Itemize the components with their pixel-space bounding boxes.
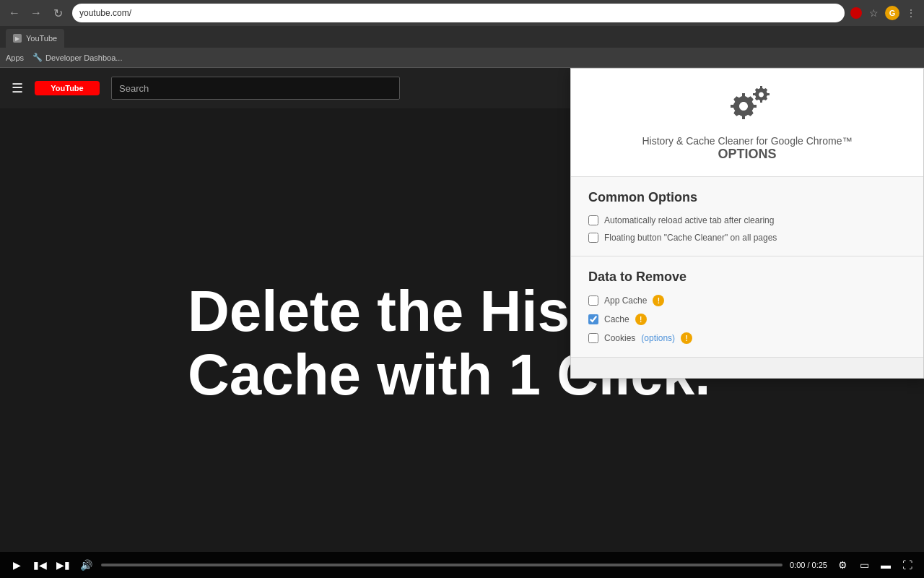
option-row-reload: Automatically reload active tab after cl… [588,215,906,225]
option-row-cache: Cache ! [588,314,906,325]
theater-button[interactable]: ▬ [878,557,894,573]
active-tab[interactable]: ▶ YouTube [6,29,64,48]
right-controls: ⚙ ▭ ▬ ⛶ [834,557,915,573]
option-row-floating: Floating button "Cache Cleaner" on all p… [588,233,906,243]
bookmark-apps[interactable]: Apps [6,53,24,62]
bookmark-developer[interactable]: 🔧 Developer Dashboa... [32,53,122,62]
warning-icon-cookies: ! [681,332,692,344]
tab-favicon: ▶ [13,34,22,43]
popup-app-title: History & Cache Cleaner for Google Chrom… [642,135,852,147]
checkbox-floating[interactable] [588,233,598,243]
gear-icon [722,83,772,126]
settings-button[interactable]: ⚙ [834,557,850,573]
option-row-cookies: Cookies (options) ! [588,332,906,344]
option-row-app-cache: App Cache ! [588,295,906,306]
search-placeholder: Search [119,83,149,94]
label-cookies: Cookies [604,333,635,343]
refresh-button[interactable]: ↻ [49,4,66,22]
apps-bookmark-label: Apps [6,53,24,62]
skip-forward-button[interactable]: ▶▮ [55,557,71,573]
label-reload: Automatically reload active tab after cl… [604,215,774,225]
menu-icon[interactable]: ⋮ [904,6,918,20]
cookies-options-link[interactable]: (options) [641,333,675,343]
developer-bookmark-icon: 🔧 [32,53,43,62]
bookmark-icon[interactable]: ☆ [866,6,881,20]
checkbox-cookies[interactable] [588,333,598,343]
skip-back-button[interactable]: ▮◀ [32,557,48,573]
browser-topbar: ← → ↻ youtube.com/ ☆ G ⋮ [0,0,924,26]
nav-controls: ← → ↻ [6,4,66,22]
popup-options-subtitle: OPTIONS [718,147,776,162]
data-to-remove-section: Data to Remove App Cache ! Cache ! Cooki… [571,256,923,358]
back-button[interactable]: ← [6,4,23,22]
cache-cleaner-extension-icon[interactable]: G [885,6,899,20]
checkbox-app-cache[interactable] [588,296,598,306]
play-button[interactable]: ▶ [9,557,25,573]
label-cache: Cache [604,314,629,324]
youtube-search-bar[interactable]: Search [111,77,400,100]
yt-hamburger-menu[interactable]: ☰ [12,80,23,96]
tab-title: YouTube [26,34,57,43]
label-floating: Floating button "Cache Cleaner" on all p… [604,233,777,243]
mute-button[interactable]: 🔊 [78,557,94,573]
video-controls-bar: ▶ ▮◀ ▶▮ 🔊 0:00 / 0:25 ⚙ ▭ ▬ ⛶ [0,552,924,578]
extension-popup: History & Cache Cleaner for Google Chrom… [570,68,924,379]
bookmarks-bar: Apps 🔧 Developer Dashboa... [0,48,924,68]
popup-header: History & Cache Cleaner for Google Chrom… [571,69,923,177]
youtube-logo: YouTube [35,81,100,95]
address-bar[interactable]: youtube.com/ [72,4,845,22]
youtube-area: ☰ YouTube Search Delete the History & Ca… [0,68,924,578]
gear-icon-container [722,83,772,129]
miniplayer-button[interactable]: ▭ [856,557,872,573]
label-app-cache: App Cache [604,296,647,306]
forward-button[interactable]: → [27,4,45,22]
checkbox-reload[interactable] [588,215,598,225]
browser-action-icons: ☆ G ⋮ [850,6,918,20]
developer-bookmark-label: Developer Dashboa... [45,53,122,62]
data-to-remove-heading: Data to Remove [588,269,906,285]
warning-icon-app-cache: ! [653,295,664,306]
address-text: youtube.com/ [79,8,131,18]
progress-bar[interactable] [101,564,783,566]
time-display: 0:00 / 0:25 [790,561,827,569]
common-options-section: Common Options Automatically reload acti… [571,177,923,256]
fullscreen-button[interactable]: ⛶ [899,557,915,573]
red-extension-icon[interactable] [850,7,862,19]
warning-icon-cache: ! [635,314,647,325]
checkbox-cache[interactable] [588,314,598,324]
tab-bar: ▶ YouTube [0,26,924,48]
common-options-heading: Common Options [588,190,906,205]
